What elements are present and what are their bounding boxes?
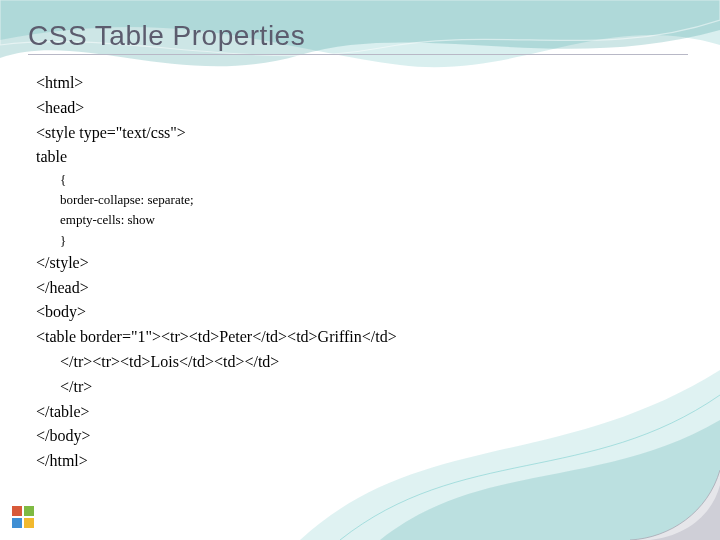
- footer-logo-icon: [10, 504, 36, 530]
- svg-rect-2: [12, 518, 22, 528]
- code-line: </tr><tr><td>Lois</td><td></td>: [36, 350, 700, 375]
- svg-rect-1: [24, 506, 34, 516]
- code-block: <html> <head> <style type="text/css"> ta…: [36, 71, 700, 474]
- code-line: <table border="1"><tr><td>Peter</td><td>…: [36, 325, 700, 350]
- code-line: </html>: [36, 449, 700, 474]
- code-line: </body>: [36, 424, 700, 449]
- code-line: }: [36, 231, 700, 251]
- code-line: <head>: [36, 96, 700, 121]
- page-curl-icon: [630, 450, 720, 540]
- code-line: </style>: [36, 251, 700, 276]
- code-line: </tr>: [36, 375, 700, 400]
- code-line: {: [36, 170, 700, 190]
- code-line: <body>: [36, 300, 700, 325]
- code-line: empty-cells: show: [36, 210, 700, 230]
- code-line: <html>: [36, 71, 700, 96]
- code-line: </head>: [36, 276, 700, 301]
- svg-rect-0: [12, 506, 22, 516]
- code-line: border-collapse: separate;: [36, 190, 700, 210]
- svg-rect-3: [24, 518, 34, 528]
- code-line: <style type="text/css">: [36, 121, 700, 146]
- title-underline: [28, 54, 688, 55]
- code-line: </table>: [36, 400, 700, 425]
- code-line: table: [36, 145, 700, 170]
- page-title: CSS Table Properties: [28, 20, 700, 52]
